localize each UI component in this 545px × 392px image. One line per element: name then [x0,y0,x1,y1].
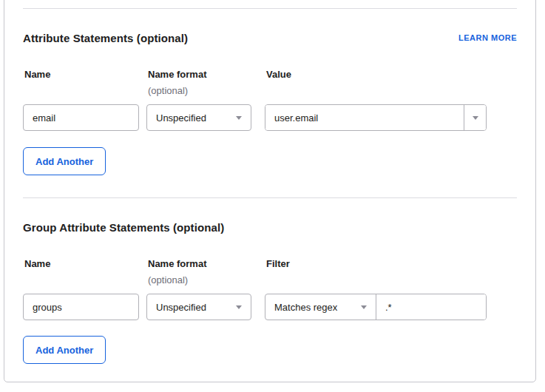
group-filter-value-input[interactable] [376,294,486,320]
chevron-down-icon [236,305,242,309]
group-name-format-value: Unspecified [156,302,206,313]
learn-more-link[interactable]: LEARN MORE [458,33,517,42]
attribute-name-input[interactable] [23,104,139,131]
group-attribute-statement-row: Unspecified Matches regex [23,294,517,320]
column-header-name-format: Name format (optional) [146,259,251,285]
attribute-value-dropdown-button[interactable] [464,105,486,130]
column-sublabel-optional: (optional) [146,86,251,96]
card-content: Attribute Statements (optional) LEARN MO… [4,8,535,364]
group-column-headers: Name Name format (optional) Filter [23,259,517,285]
column-label-name: Name [23,70,139,80]
attribute-value-combo [265,104,487,131]
column-header-name: Name [23,70,139,96]
attribute-name-format-select[interactable]: Unspecified [146,104,251,131]
column-header-value: Value [265,70,487,96]
section-divider [23,197,517,198]
group-filter-combo: Matches regex [265,294,487,320]
add-another-attribute-button[interactable]: Add Another [23,147,106,175]
chevron-down-icon [361,305,367,309]
column-header-name: Name [23,259,139,285]
attribute-statements-header: Attribute Statements (optional) LEARN MO… [23,32,517,44]
attribute-name-format-value: Unspecified [156,112,206,124]
add-another-group-attribute-button[interactable]: Add Another [23,336,106,364]
group-attribute-statements-header: Group Attribute Statements (optional) [23,221,517,233]
column-header-filter: Filter [265,259,487,285]
group-filter-type-select[interactable]: Matches regex [265,294,376,320]
column-header-name-format: Name format (optional) [146,70,251,96]
column-sublabel-optional: (optional) [146,275,251,285]
section-title-attribute-statements: Attribute Statements (optional) [23,32,188,44]
chevron-down-icon [236,116,242,120]
section-title-group-attribute-statements: Group Attribute Statements (optional) [23,221,224,234]
group-name-format-select[interactable]: Unspecified [146,294,251,320]
column-label-name-format: Name format [146,259,251,269]
attribute-column-headers: Name Name format (optional) Value [23,70,517,96]
chevron-down-icon [473,116,478,120]
column-label-name: Name [23,259,139,269]
column-label-filter: Filter [265,259,487,269]
group-name-input[interactable] [23,294,139,320]
column-label-name-format: Name format [146,70,251,80]
column-label-value: Value [265,70,487,80]
section-divider [23,8,517,9]
group-filter-type-value: Matches regex [274,302,337,313]
attribute-value-input[interactable] [265,105,464,130]
attribute-statement-row: Unspecified [23,104,517,131]
saml-settings-card: Attribute Statements (optional) LEARN MO… [4,0,536,382]
